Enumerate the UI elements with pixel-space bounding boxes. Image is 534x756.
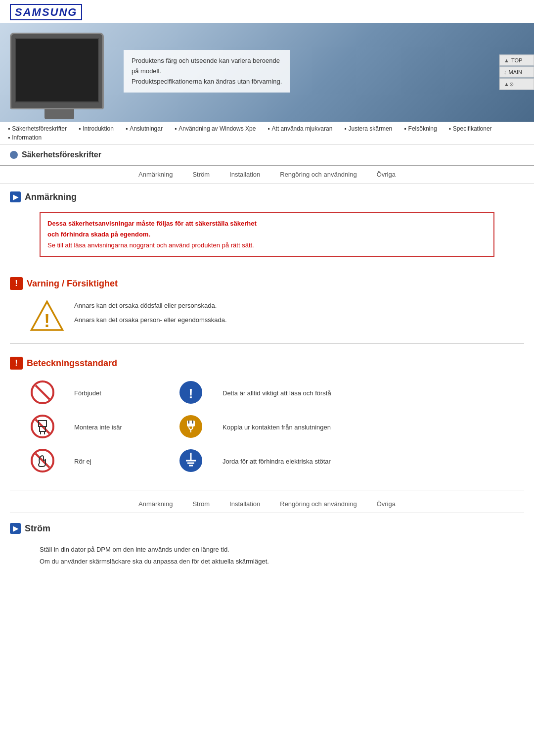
- warning-triangle-icon: !: [30, 299, 64, 333]
- top-icon: ▲: [504, 57, 509, 63]
- beteckning-icon-forbidden: [30, 379, 69, 407]
- monitor-graphic: [10, 33, 109, 122]
- beteckning-icon-exclaim: !: [178, 379, 218, 407]
- warning-line3: Se till att läsa anvisningarna noggrant …: [47, 240, 487, 251]
- anmarkning-icon: ▶: [10, 191, 21, 202]
- banner-sidebar-buttons: ▲ TOP ↕ MAIN ▲⊙: [499, 55, 534, 90]
- beteckning-icon-plug: [178, 414, 218, 441]
- varning-content: ! Annars kan det orsaka dödsfall eller p…: [10, 294, 524, 338]
- beteckning-label-disassemble: Montera inte isär: [74, 424, 173, 431]
- nav-item-windows[interactable]: Användning av Windows Xpe: [175, 125, 256, 132]
- banner-line1: Produktens färg och utseende kan variera…: [132, 56, 282, 66]
- svg-text:!: !: [188, 386, 193, 401]
- beteckning-label-plug: Koppla ur kontakten från anslutningen: [222, 424, 504, 431]
- extra-icon: ▲⊙: [504, 81, 514, 88]
- tab2-strom[interactable]: Ström: [192, 500, 210, 508]
- samsung-logo: SAMSUNG: [10, 4, 82, 20]
- extra-button[interactable]: ▲⊙: [499, 79, 534, 90]
- main-button[interactable]: ↕ MAIN: [499, 67, 534, 78]
- tab-installation[interactable]: Installation: [229, 171, 260, 178]
- nav-bar: Säkerhetsföreskrifter Introduktion Anslu…: [0, 122, 534, 144]
- strom-icon: ▶: [10, 523, 21, 534]
- nav-item-info[interactable]: Information: [8, 134, 42, 141]
- section-header: Säkerhetsföreskrifter: [0, 144, 534, 166]
- beteckning-grid: Förbjudet ! Detta är alltid viktigt att …: [10, 375, 524, 485]
- banner-text-box: Produktens färg och utseende kan variera…: [124, 50, 290, 93]
- banner-line3: Produktspecifikationerna kan ändras utan…: [132, 77, 282, 87]
- nav-item-connections[interactable]: Anslutningar: [126, 125, 163, 132]
- strom-section: ▶ Ström Ställ in din dator på DPM om den…: [0, 513, 534, 577]
- nav-item-adjust[interactable]: Justera skärmen: [344, 125, 392, 132]
- strom-text1: Ställ in din dator på DPM om den inte an…: [40, 544, 494, 555]
- divider1: [10, 343, 524, 344]
- beteckning-label-touch: Rör ej: [74, 458, 173, 465]
- nav-item-specs[interactable]: Specifikationer: [449, 125, 492, 132]
- section-header-icon: [10, 151, 18, 159]
- tab2-anmarkning[interactable]: Anmärkning: [138, 500, 173, 508]
- beteckning-icon-touch: [30, 448, 69, 475]
- top-label: TOP: [511, 57, 522, 63]
- tab-anmarkning[interactable]: Anmärkning: [138, 171, 173, 178]
- beteckning-title: Beteckningsstandard: [27, 358, 117, 369]
- page-title: Säkerhetsföreskrifter: [22, 150, 101, 159]
- varning-title: Varning / Försiktighet: [27, 279, 118, 289]
- beteckning-label-exclaim: Detta är alltid viktigt att läsa och för…: [222, 389, 504, 397]
- divider2: [10, 490, 524, 490]
- beteckning-label-forbidden: Förbjudet: [74, 389, 173, 397]
- strom-text: Ställ in din dator på DPM om den inte an…: [10, 539, 524, 572]
- varning-header: ! Varning / Försiktighet: [10, 269, 524, 294]
- tab-ovriga[interactable]: Övriga: [377, 171, 396, 178]
- strom-text2: Om du använder skärmsläckare ska du anpa…: [40, 556, 494, 567]
- nav-item-safety[interactable]: Säkerhetsföreskrifter: [8, 125, 67, 132]
- strom-title: Ström: [25, 523, 50, 534]
- nav-item-intro[interactable]: Introduktion: [79, 125, 114, 132]
- nav-item-troubleshoot[interactable]: Felsökning: [404, 125, 437, 132]
- tab2-rengoring[interactable]: Rengöring och användning: [280, 500, 356, 508]
- varning-text: Annars kan det orsaka dödsfall eller per…: [74, 299, 227, 327]
- logo-area: SAMSUNG: [0, 0, 534, 23]
- anmarkning-header: ▶ Anmärkning: [10, 184, 524, 207]
- tab-nav-top: Anmärkning Ström Installation Rengöring …: [0, 166, 534, 184]
- tab2-installation[interactable]: Installation: [229, 500, 260, 508]
- anmarkning-title: Anmärkning: [25, 192, 77, 202]
- strom-header: ▶ Ström: [10, 518, 524, 539]
- content-area: ▶ Anmärkning Dessa säkerhetsanvisningar …: [0, 184, 534, 513]
- banner: Produktens färg och utseende kan variera…: [0, 23, 534, 122]
- tab-strom[interactable]: Ström: [192, 171, 210, 178]
- tab-nav-bottom: Anmärkning Ström Installation Rengöring …: [10, 495, 524, 513]
- warning-line1: Dessa säkerhetsanvisningar måste följas …: [47, 218, 487, 229]
- warning-line2: och förhindra skada på egendom.: [47, 229, 487, 240]
- warning-box: Dessa säkerhetsanvisningar måste följas …: [40, 212, 494, 257]
- beteckning-header: ! Beteckningsstandard: [10, 349, 524, 375]
- main-icon: ↕: [504, 69, 507, 75]
- varning-text1: Annars kan det orsaka dödsfall eller per…: [74, 299, 227, 313]
- beteckning-icon: !: [10, 357, 23, 370]
- beteckning-icon-ground: [178, 448, 218, 475]
- varning-icon: !: [10, 277, 23, 290]
- varning-text2: Annars kan det orsaka person- eller egen…: [74, 313, 227, 328]
- tab-rengoring[interactable]: Rengöring och användning: [280, 171, 356, 178]
- svg-text:!: !: [44, 311, 50, 331]
- tab2-ovriga[interactable]: Övriga: [377, 500, 396, 508]
- beteckning-icon-disassemble: [30, 414, 69, 441]
- nav-item-software[interactable]: Att använda mjukvaran: [267, 125, 332, 132]
- top-button[interactable]: ▲ TOP: [499, 55, 534, 66]
- svg-rect-13: [187, 421, 195, 426]
- beteckning-label-ground: Jorda för att förhindra elektriska stöta…: [222, 458, 504, 465]
- banner-line2: på modell.: [132, 66, 282, 77]
- main-label: MAIN: [509, 69, 523, 75]
